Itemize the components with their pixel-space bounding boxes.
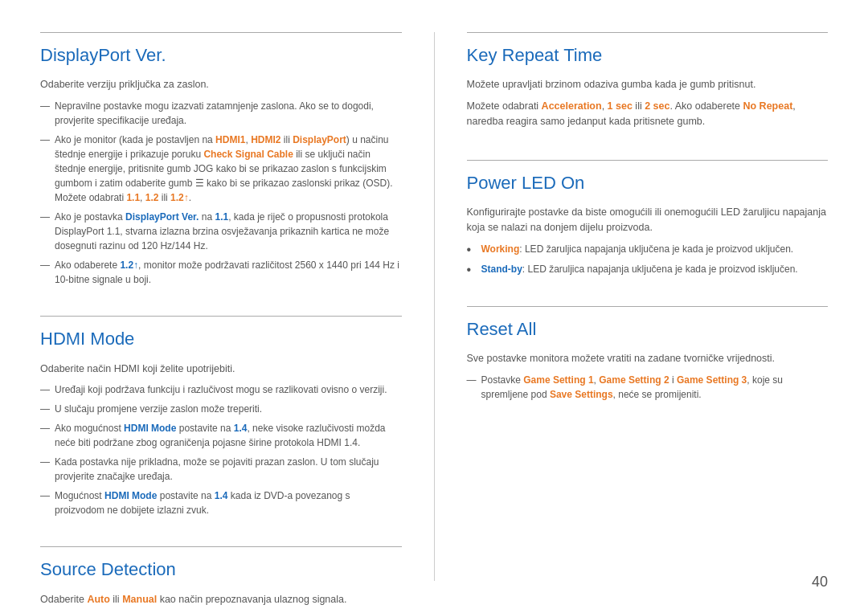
section-hdmi-mode: HDMI Mode Odaberite način HDMI koji želi…	[40, 316, 402, 522]
bullet-item: — Kada postavka nije prikladna, može se …	[40, 455, 402, 484]
bullet-text: U slučaju promjene verzije zaslon može t…	[55, 402, 262, 416]
section-title-key-repeat: Key Repeat Time	[467, 45, 829, 66]
section-subtitle-hdmi: Odaberite način HDMI koji želite upotrij…	[40, 362, 402, 377]
section-divider	[40, 32, 402, 33]
bullet-item: — U slučaju promjene verzije zaslon može…	[40, 402, 402, 416]
bullet-item: • Working: LED žaruljica napajanja uklju…	[467, 242, 829, 257]
section-power-led: Power LED On Konfigurirajte postavke da …	[467, 160, 829, 282]
section-title-hdmi: HDMI Mode	[40, 329, 402, 349]
bullet-dash: —	[40, 210, 51, 224]
bullet-text: Ako mogućnost HDMI Mode postavite na 1.4…	[55, 421, 402, 450]
bullet-item: — Mogućnost HDMI Mode postavite na 1.4 k…	[40, 488, 402, 517]
section-intro-reset-all: Sve postavke monitora možete vratiti na …	[467, 351, 829, 366]
bullet-dash: —	[40, 382, 51, 397]
section-title-power-led: Power LED On	[467, 173, 829, 194]
column-divider	[434, 32, 435, 581]
bullet-dash: —	[40, 133, 51, 147]
section-intro-power-led: Konfigurirajte postavke da biste omogući…	[467, 205, 829, 235]
section-divider	[467, 160, 829, 161]
page-container: DisplayPort Ver. Odaberite verziju prikl…	[0, 0, 868, 613]
bullet-text: Uređaji koji podržava funkciju i razluči…	[55, 382, 387, 397]
bullet-item: — Uređaji koji podržava funkciju i razlu…	[40, 382, 402, 397]
bullet-dash: —	[40, 258, 51, 272]
left-column: DisplayPort Ver. Odaberite verziju prikl…	[40, 32, 402, 581]
section-key-repeat-time: Key Repeat Time Možete upravljati brzino…	[467, 32, 829, 136]
section-subtitle-source: Odaberite Auto ili Manual kao način prep…	[40, 592, 402, 607]
bullet-text: Ako je postavka DisplayPort Ver. na 1.1,…	[55, 210, 402, 253]
bullet-text: Postavke Game Setting 1, Game Setting 2 …	[481, 373, 829, 402]
section-displayport-ver: DisplayPort Ver. Odaberite verziju prikl…	[40, 32, 402, 292]
section-source-detection: Source Detection Odaberite Auto ili Manu…	[40, 546, 402, 613]
bullet-text: Ako je monitor (kada je postavljen na HD…	[55, 133, 402, 205]
section-title-reset-all: Reset All	[467, 319, 829, 340]
bullet-item: — Nepravilne postavke mogu izazvati zata…	[40, 99, 402, 128]
section-divider	[467, 32, 829, 33]
page-number: 40	[812, 574, 828, 591]
bullet-dot: •	[467, 242, 478, 257]
bullet-dash: —	[40, 402, 51, 416]
section-subtitle-displayport: Odaberite verziju priključka za zaslon.	[40, 77, 402, 92]
section-body-key-repeat: Možete odabrati Acceleration, 1 sec ili …	[467, 99, 829, 129]
bullet-dash: —	[40, 421, 51, 435]
bullet-text: Nepravilne postavke mogu izazvati zatamn…	[55, 99, 402, 128]
section-divider	[467, 306, 829, 307]
section-divider	[40, 546, 402, 547]
bullet-dash: —	[40, 488, 51, 503]
bullet-item: — Ako je monitor (kada je postavljen na …	[40, 133, 402, 205]
section-divider	[40, 316, 402, 317]
bullet-item: — Ako odaberete 1.2↑, monitor može podrž…	[40, 258, 402, 287]
bullet-text: Kada postavka nije prikladna, može se po…	[55, 455, 402, 484]
bullet-item: — Ako mogućnost HDMI Mode postavite na 1…	[40, 421, 402, 450]
section-title-source: Source Detection	[40, 559, 402, 580]
bullet-dash: —	[40, 99, 51, 113]
bullet-text: Mogućnost HDMI Mode postavite na 1.4 kad…	[55, 488, 402, 517]
bullet-text: Working: LED žaruljica napajanja uključe…	[481, 242, 794, 256]
bullet-text: Stand-by: LED žaruljica napajanja uključ…	[481, 262, 798, 276]
right-column: Key Repeat Time Možete upravljati brzino…	[467, 32, 829, 581]
bullet-dot: •	[467, 262, 478, 277]
bullet-item: — Postavke Game Setting 1, Game Setting …	[467, 373, 829, 402]
section-title-displayport: DisplayPort Ver.	[40, 45, 402, 66]
section-reset-all: Reset All Sve postavke monitora možete v…	[467, 306, 829, 407]
section-intro-key-repeat: Možete upravljati brzinom odaziva gumba …	[467, 77, 829, 92]
bullet-item: — Ako je postavka DisplayPort Ver. na 1.…	[40, 210, 402, 253]
bullet-dash: —	[40, 455, 51, 469]
bullet-dash: —	[467, 373, 478, 387]
bullet-text: Ako odaberete 1.2↑, monitor može podržav…	[55, 258, 402, 287]
bullet-item: • Stand-by: LED žaruljica napajanja uklj…	[467, 262, 829, 277]
